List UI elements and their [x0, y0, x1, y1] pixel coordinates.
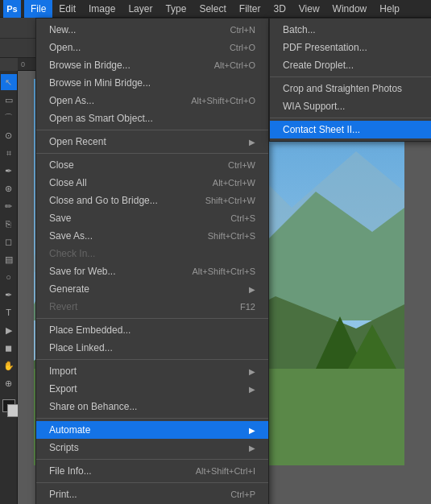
tool-gradient[interactable]: ▤	[1, 251, 17, 267]
file-menu-section-save: Close Ctrl+W Close All Alt+Ctrl+W Close …	[36, 154, 268, 319]
menu-close[interactable]: Close Ctrl+W	[36, 156, 268, 174]
file-menu-dropdown[interactable]: New... Ctrl+N Open... Ctrl+O Browse in B…	[35, 18, 269, 504]
automate-batch[interactable]: Batch...	[270, 21, 431, 39]
menu-scripts[interactable]: Scripts ▶	[36, 439, 268, 456]
file-menu-section-print: Print... Ctrl+P Print One Copy Alt+Shift…	[36, 483, 268, 504]
automate-contact-sheet[interactable]: Contact Sheet II...	[270, 121, 431, 138]
file-menu-section-automate: Automate ▶ Scripts ▶	[36, 419, 268, 460]
menu-open-smart-object[interactable]: Open as Smart Object...	[36, 109, 268, 127]
menu-filter[interactable]: Filter	[233, 0, 267, 18]
file-menu-section-1: New... Ctrl+N Open... Ctrl+O Browse in B…	[36, 19, 268, 130]
menu-close-go-bridge[interactable]: Close and Go to Bridge... Shift+Ctrl+W	[36, 192, 268, 209]
menu-type[interactable]: Type	[159, 0, 193, 18]
tool-clone[interactable]: ⎘	[1, 216, 17, 232]
tool-lasso[interactable]: ⌒	[1, 109, 17, 126]
file-menu-section-import: Import ▶ Export ▶ Share on Behance...	[36, 360, 268, 419]
automate-section-2: Crop and Straighten Photos WIA Support..…	[270, 77, 431, 118]
left-toolbar: ↖ ▭ ⌒ ⊙ ⌗ ✒ ⊛ ✏ ⎘ ◻ ▤ ○ ✒ T ▶ ◼ ✋ ⊕	[0, 71, 18, 504]
menu-import[interactable]: Import ▶	[36, 362, 268, 380]
menu-place-linked[interactable]: Place Linked...	[36, 339, 268, 357]
tool-path-select[interactable]: ▶	[1, 322, 17, 338]
menu-window[interactable]: Window	[326, 0, 374, 18]
automate-wia-support[interactable]: WIA Support...	[270, 97, 431, 115]
tool-spot-heal[interactable]: ⊛	[1, 180, 17, 196]
tool-pen[interactable]: ✒	[1, 287, 17, 303]
ps-logo: Ps	[3, 0, 21, 18]
menu-export[interactable]: Export ▶	[36, 380, 268, 398]
menu-check-in[interactable]: Check In...	[36, 245, 268, 262]
file-menu-section-info: File Info... Alt+Shift+Ctrl+I	[36, 460, 268, 483]
menu-select[interactable]: Select	[193, 0, 232, 18]
tool-dodge[interactable]: ○	[1, 269, 17, 285]
menu-save-web[interactable]: Save for Web... Alt+Shift+Ctrl+S	[36, 262, 268, 280]
tool-text[interactable]: T	[1, 304, 17, 320]
tool-hand[interactable]: ✋	[1, 357, 17, 374]
tool-crop[interactable]: ⌗	[1, 145, 17, 161]
menu-bar: Ps File Edit Image Layer Type Select Fil…	[0, 0, 431, 18]
menu-open[interactable]: Open... Ctrl+O	[36, 39, 268, 56]
tool-eraser[interactable]: ◻	[1, 233, 17, 250]
tool-eyedropper[interactable]: ✒	[1, 163, 17, 179]
menu-layer[interactable]: Layer	[122, 0, 159, 18]
menu-print[interactable]: Print... Ctrl+P	[36, 485, 268, 503]
menu-save[interactable]: Save Ctrl+S	[36, 209, 268, 227]
automate-section-1: Batch... PDF Presentation... Create Drop…	[270, 19, 431, 77]
menu-close-all[interactable]: Close All Alt+Ctrl+W	[36, 174, 268, 192]
menu-place-embedded[interactable]: Place Embedded...	[36, 321, 268, 339]
menu-3d[interactable]: 3D	[267, 0, 292, 18]
menu-new[interactable]: New... Ctrl+N	[36, 21, 268, 39]
menu-open-as[interactable]: Open As... Alt+Shift+Ctrl+O	[36, 92, 268, 109]
automate-pdf-presentation[interactable]: PDF Presentation...	[270, 39, 431, 56]
menu-automate[interactable]: Automate ▶	[36, 421, 268, 439]
tool-move[interactable]: ↖	[1, 74, 17, 90]
menu-save-as[interactable]: Save As... Shift+Ctrl+S	[36, 227, 268, 245]
menu-file-info[interactable]: File Info... Alt+Shift+Ctrl+I	[36, 462, 268, 480]
tool-shape[interactable]: ◼	[1, 340, 17, 356]
menu-browse-bridge[interactable]: Browse in Bridge... Alt+Ctrl+O	[36, 56, 268, 74]
automate-section-3: Contact Sheet II...	[270, 118, 431, 141]
menu-edit[interactable]: Edit	[52, 0, 82, 18]
tool-quick-select[interactable]: ⊙	[1, 127, 17, 143]
menu-generate[interactable]: Generate ▶	[36, 280, 268, 298]
menu-file[interactable]: File	[24, 0, 52, 18]
tool-marquee[interactable]: ▭	[1, 92, 17, 108]
menu-help[interactable]: Help	[373, 0, 406, 18]
automate-submenu[interactable]: Batch... PDF Presentation... Create Drop…	[269, 18, 431, 142]
file-menu-section-recent: Open Recent ▶	[36, 130, 268, 154]
menu-image[interactable]: Image	[82, 0, 122, 18]
menu-view[interactable]: View	[292, 0, 326, 18]
menu-open-recent[interactable]: Open Recent ▶	[36, 133, 268, 151]
tool-zoom[interactable]: ⊕	[1, 375, 17, 391]
menu-revert[interactable]: Revert F12	[36, 298, 268, 316]
menu-share-behance[interactable]: Share on Behance...	[36, 398, 268, 415]
tool-brush[interactable]: ✏	[1, 198, 17, 214]
automate-create-droplet[interactable]: Create Droplet...	[270, 56, 431, 74]
automate-crop-straighten[interactable]: Crop and Straighten Photos	[270, 80, 431, 97]
foreground-color[interactable]	[2, 399, 15, 412]
file-menu-section-place: Place Embedded... Place Linked...	[36, 319, 268, 360]
menu-browse-mini-bridge[interactable]: Browse in Mini Bridge...	[36, 74, 268, 92]
